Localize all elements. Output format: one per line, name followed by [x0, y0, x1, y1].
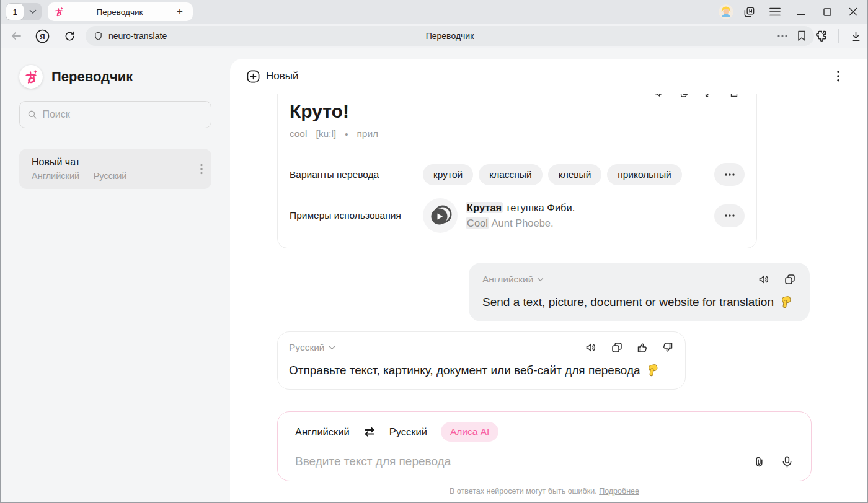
alice-ai-badge[interactable]: Алиса AI	[441, 422, 498, 442]
speaker-icon[interactable]	[654, 94, 665, 98]
sidebar: Переводчик Новый чат Английский — Русски…	[1, 48, 230, 503]
chat-scroll-area[interactable]: cool Круто! cool [kuːl] • прил Вар	[230, 94, 867, 503]
more-examples-button[interactable]	[714, 204, 745, 227]
user-message-bubble: Английский Send a text, picture, documen…	[469, 263, 810, 321]
tab-bar: 1 Переводчик × +	[1, 0, 867, 24]
profile-avatar[interactable]	[719, 4, 733, 19]
chat-menu-icon[interactable]	[837, 71, 839, 82]
yandex-home-button[interactable]: Я	[32, 26, 53, 46]
translator-logo-icon	[19, 65, 43, 89]
source-language-button[interactable]: Английский	[295, 426, 350, 438]
menu-icon[interactable]	[764, 2, 786, 21]
refresh-button[interactable]	[59, 26, 80, 46]
disclaimer-more-link[interactable]: Подробнее	[599, 487, 639, 496]
pronunciation-row: cool [kuːl] • прил	[290, 128, 745, 139]
chevron-down-icon	[29, 9, 37, 14]
app-title: Переводчик	[51, 69, 133, 85]
new-chat-button[interactable]: Новый	[247, 70, 298, 83]
share-icon[interactable]	[728, 94, 740, 98]
chat-item-title: Новый чат	[32, 157, 200, 168]
back-button[interactable]	[6, 26, 27, 46]
browser-window: 1 Переводчик × +	[0, 0, 868, 503]
disclaimer: В ответах нейросети могут быть ошибки. П…	[277, 487, 812, 496]
target-language-button[interactable]: Русский	[389, 426, 427, 438]
variant-chip[interactable]: клевый	[548, 164, 602, 185]
chat-header: Новый	[230, 59, 867, 94]
variants-row: Варианты перевода крутой классный клевый…	[290, 163, 745, 186]
sidebar-chat-item[interactable]: Новый чат Английский — Русский	[19, 149, 211, 189]
swap-languages-icon[interactable]	[363, 427, 376, 437]
dictionary-card: cool Круто! cool [kuːl] • прил Вар	[277, 94, 757, 248]
tab-favicon-translate-icon	[54, 7, 64, 17]
plus-icon	[247, 70, 260, 83]
tab-translator[interactable]: Переводчик ×	[48, 2, 193, 21]
example-russian: Крутая тетушка Фиби.	[466, 200, 575, 216]
new-tab-button[interactable]: +	[172, 4, 188, 20]
attach-file-icon[interactable]	[753, 455, 766, 468]
address-more-icon[interactable]	[777, 34, 788, 38]
translation-headword: Круто!	[290, 101, 745, 122]
downloads-icon[interactable]	[845, 26, 866, 46]
bubble-language-selector[interactable]: Английский	[482, 274, 533, 285]
reply-block: Русский Отправьте текст, картинку, докум…	[277, 331, 686, 390]
search-input[interactable]	[42, 109, 203, 120]
toolbar-divider	[838, 29, 839, 43]
copy-icon[interactable]	[784, 273, 796, 286]
chat-item-menu-icon[interactable]	[200, 164, 203, 175]
composer: Английский Русский Алиса AI	[277, 411, 812, 481]
svg-text:Я: Я	[40, 33, 45, 40]
examples-label: Примеры использования	[290, 208, 423, 223]
expand-icon[interactable]	[704, 94, 715, 98]
tab-title: Переводчик	[64, 7, 175, 17]
tab-counter[interactable]: 1	[6, 3, 24, 20]
chevron-down-icon	[537, 278, 544, 282]
tab-group-control[interactable]: 1	[6, 3, 42, 20]
search-box[interactable]	[19, 101, 211, 128]
play-example-button[interactable]	[423, 198, 458, 233]
variant-chip[interactable]: прикольный	[607, 164, 681, 185]
variants-label: Варианты перевода	[290, 167, 423, 182]
user-message-text: Send a text, picture, document or websit…	[482, 295, 774, 309]
address-bar[interactable]: neuro-translate Переводчик	[86, 26, 814, 46]
microphone-icon[interactable]	[781, 455, 794, 468]
speaker-icon[interactable]	[758, 273, 771, 286]
copy-icon[interactable]	[611, 341, 623, 354]
main-panel: Новый cool Круто! co	[230, 59, 867, 503]
translation-input[interactable]	[295, 455, 753, 468]
shield-icon	[93, 31, 104, 42]
side-panels-icon[interactable]	[738, 2, 760, 21]
pointing-down-emoji	[779, 295, 793, 309]
examples-row: Примеры использования Крутая тетушка Фиб…	[290, 198, 745, 233]
window-close-button[interactable]	[843, 2, 864, 21]
extensions-puzzle-icon[interactable]	[811, 26, 832, 46]
url-text: neuro-translate	[108, 31, 167, 41]
speaker-icon[interactable]	[585, 341, 598, 354]
dictionary-card-clipped-toolbar: cool	[290, 94, 745, 98]
example-english: Cool Aunt Phoebe.	[466, 216, 575, 231]
source-word: cool	[290, 128, 307, 139]
search-icon	[27, 109, 37, 120]
thumbs-up-icon[interactable]	[636, 341, 649, 354]
reply-language-selector[interactable]: Русский	[289, 342, 325, 353]
browser-toolbar: Я neuro-translate Переводчик	[1, 24, 867, 48]
copy-icon[interactable]	[679, 94, 690, 98]
clipped-source-text: cool	[291, 94, 321, 96]
variant-chip[interactable]: крутой	[423, 164, 473, 185]
window-maximize-button[interactable]	[817, 2, 838, 21]
more-variants-button[interactable]	[714, 163, 745, 186]
transcription: [kuːl]	[316, 128, 336, 139]
chat-item-languages: Английский — Русский	[32, 171, 200, 181]
bookmark-icon[interactable]	[797, 30, 807, 42]
page-body: Переводчик Новый чат Английский — Русски…	[1, 48, 867, 503]
reply-text: Отправьте текст, картинку, документ или …	[289, 364, 640, 377]
new-chat-label: Новый	[266, 70, 298, 82]
disclaimer-text: В ответах нейросети могут быть ошибки.	[450, 487, 599, 496]
part-of-speech: прил	[356, 128, 378, 139]
chevron-down-icon	[329, 346, 335, 350]
pointing-down-emoji	[645, 363, 660, 377]
variant-chip[interactable]: классный	[479, 164, 542, 185]
address-page-title: Переводчик	[86, 31, 814, 41]
thumbs-down-icon[interactable]	[662, 341, 674, 354]
window-minimize-button[interactable]	[790, 2, 812, 21]
